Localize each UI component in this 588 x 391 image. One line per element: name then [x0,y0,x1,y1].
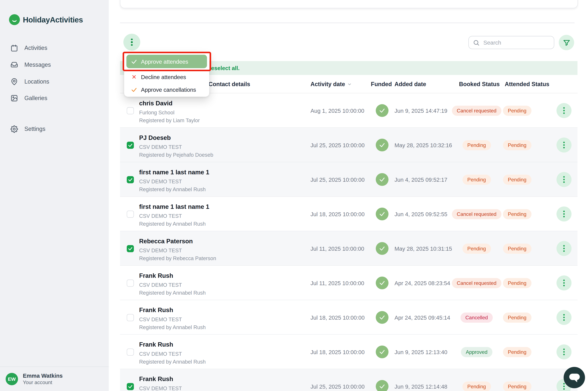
brand-name: HolidayActivities [23,15,83,24]
row-checkbox[interactable] [127,107,134,114]
sidebar-item-label: Galleries [24,95,47,101]
attendee-name: Frank Rush [139,375,182,384]
row-actions-button[interactable] [557,206,572,221]
user-account-link[interactable]: Your account [23,379,63,386]
added-date: Apr 24, 2025 09:45:14 [394,300,450,335]
attendee-name: chris David [139,99,200,108]
sidebar-item-label: Locations [24,78,49,85]
attendee-activity: CSV DEMO TEST [139,212,209,220]
menu-item-approve-attendees[interactable]: Approve attendees [126,55,207,68]
activity-date: Jul 18, 2025 10:00:00 [311,197,365,231]
sidebar-item-messages[interactable]: Messages [0,57,109,73]
booked-status-badge: Cancel requested [452,106,501,116]
column-header-activity-date[interactable]: Activity date [311,75,352,93]
table-row: Frank RushCSV DEMO TESTRegistered by Ann… [120,266,578,300]
sidebar-item-settings[interactable]: Settings [0,121,109,137]
table-row: first name 1 last name 1CSV DEMO TESTReg… [120,162,578,197]
row-actions-button[interactable] [557,138,572,153]
funded-check-icon [376,242,388,255]
chat-launcher-button[interactable] [564,367,585,388]
sidebar-item-locations[interactable]: Locations [0,74,109,90]
activity-date: Jul 25, 2025 10:00:00 [311,162,365,197]
attendee-name: first name 1 last name 1 [139,168,209,177]
attendee-activity: Furlong School [139,109,200,117]
row-actions-button[interactable] [557,275,572,290]
sidebar: HolidayActivities Activities Messages Lo… [0,0,109,391]
sidebar-item-galleries[interactable]: Galleries [0,90,109,106]
registered-by: Registered by Pejehafo Doeseb [139,151,213,159]
attended-status-badge: Pending [503,175,531,185]
row-actions-button[interactable] [557,103,572,118]
check-icon [131,87,137,93]
account-footer[interactable]: EW Emma Watkins Your account [0,367,109,391]
table-row: chris DavidFurlong SchoolRegistered by L… [120,93,578,128]
funded-check-icon [376,345,388,358]
sidebar-item-activities[interactable]: Activities [0,40,109,56]
booked-status-badge: Cancel requested [452,278,501,288]
attendee-name: first name 1 last name 1 [139,202,209,211]
attended-status-badge: Pending [503,209,531,219]
search-box [469,36,554,49]
kebab-dot [131,38,133,40]
sidebar-item-label: Activities [24,45,47,51]
registered-by: Registered by Annabel Rush [139,220,209,228]
row-actions-button[interactable] [557,172,572,187]
row-checkbox[interactable] [127,314,134,321]
added-date: Jun 4, 2025 09:52:55 [394,197,447,231]
attendee-activity: CSV DEMO TEST [139,350,206,358]
row-actions-button[interactable] [557,344,572,359]
gear-icon [10,125,18,133]
filter-button[interactable] [559,35,574,50]
column-header-attended-status: Attended Status [505,75,549,93]
row-actions-button[interactable] [557,241,572,256]
x-icon: ✕ [131,73,137,80]
row-checkbox[interactable] [127,210,134,217]
booked-status-badge: Pending [463,175,491,185]
row-checkbox[interactable] [127,348,134,355]
app-root: HolidayActivities Activities Messages Lo… [0,0,588,391]
search-input[interactable] [482,39,559,46]
activity-date: Jul 18, 2025 10:00:00 [311,300,365,335]
attendee-info: Frank RushCSV DEMO TEST [139,375,182,391]
brand-smile-icon [9,14,20,25]
row-checkbox[interactable] [127,141,134,149]
row-actions-button[interactable] [557,310,572,325]
funded-check-icon [376,277,388,289]
table-row: PJ DoesebCSV DEMO TESTRegistered by Peje… [120,128,578,162]
table-row: Frank RushCSV DEMO TESTRegistered by Ann… [120,335,578,369]
calendar-icon [10,44,18,52]
row-checkbox[interactable] [127,383,134,390]
activity-date: Jul 11, 2025 10:00:00 [311,266,364,300]
brand-logo[interactable]: HolidayActivities [9,14,83,25]
row-checkbox[interactable] [127,245,134,252]
inbox-icon [10,61,18,69]
avatar: EW [6,373,18,385]
added-date: Jun 9, 2025 12:14:48 [394,369,447,391]
booked-status-badge: Cancel requested [452,209,501,219]
activity-date: Jul 25, 2025 10:00:00 [311,369,365,391]
activity-date: Aug 1, 2025 10:00:00 [311,93,364,128]
added-date: Apr 24, 2025 08:23:54 [394,266,450,300]
table-row: Rebecca PatersonCSV DEMO TESTRegistered … [120,231,578,266]
bulk-actions-button[interactable] [123,34,140,51]
attendee-name: Frank Rush [139,340,206,349]
attendee-info: chris DavidFurlong SchoolRegistered by L… [139,99,200,124]
attended-status-badge: Pending [503,347,531,357]
attendee-activity: CSV DEMO TEST [139,143,213,151]
registered-by: Registered by Liam Taylor [139,117,200,124]
registered-by: Registered by Annabel Rush [139,186,209,194]
funded-check-icon [376,311,388,324]
menu-item-decline-attendees[interactable]: ✕ Decline attendees [126,71,207,83]
row-checkbox[interactable] [127,176,134,183]
row-checkbox[interactable] [127,279,134,287]
booked-status-badge: Approved [461,347,492,357]
attendee-name: Rebecca Paterson [139,237,216,246]
deselect-all-link[interactable]: eselect all. [211,61,239,75]
activity-date: Jul 25, 2025 10:00:00 [311,128,365,162]
top-card-partial [120,0,578,8]
menu-item-approve-cancellations[interactable]: Approve cancellations [126,84,207,95]
added-date: May 28, 2025 10:32:16 [394,128,452,162]
added-date: May 28, 2025 10:31:15 [394,231,452,266]
image-icon [10,95,18,102]
table-row: Frank RushCSV DEMO TESTRegistered by Ann… [120,300,578,335]
